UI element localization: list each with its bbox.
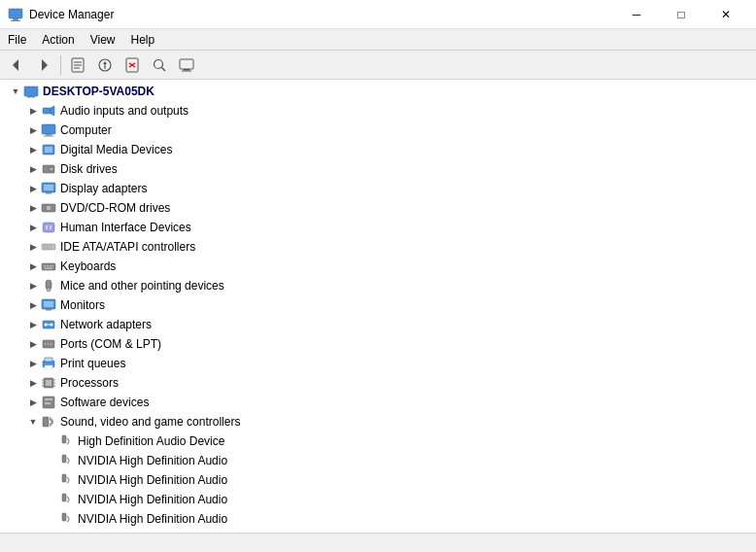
- icon-monitors: [41, 297, 56, 313]
- root-label: DESKTOP-5VA05DK: [43, 85, 155, 98]
- tree-item-disk[interactable]: ▶ Disk drives: [0, 159, 756, 179]
- tree-item-keyboard[interactable]: ▶ Keyboards: [0, 257, 756, 276]
- label-ide: IDE ATA/ATAPI controllers: [60, 240, 195, 254]
- svg-rect-17: [184, 69, 189, 71]
- icon-nvidia3: [58, 492, 74, 507]
- tree-item-monitors[interactable]: ▶ Monitors: [0, 295, 756, 315]
- window-controls: ─ □ ✕: [614, 0, 748, 29]
- expand-icon-ports[interactable]: ▶: [25, 336, 41, 352]
- tree-item-digital[interactable]: ▶ Digital Media Devices: [0, 140, 756, 159]
- expand-icon-sound[interactable]: ▼: [25, 414, 41, 430]
- expand-icon-keyboard[interactable]: ▶: [25, 259, 41, 274]
- svg-rect-37: [50, 225, 52, 229]
- expand-icon-audio[interactable]: ▶: [25, 103, 41, 119]
- expand-icon-computer[interactable]: ▶: [25, 122, 41, 138]
- tree-item-ports[interactable]: ▶ Ports (COM & LPT): [0, 334, 756, 354]
- tree-item-nvidia1[interactable]: ▶ NVIDIA High Definition Audio: [0, 451, 756, 470]
- tree-item-ide[interactable]: ▶ IDE ATA/ATAPI controllers: [0, 237, 756, 257]
- menu-action[interactable]: Action: [34, 29, 82, 51]
- svg-rect-25: [44, 136, 53, 137]
- tree-item-hid[interactable]: ▶ Human Interface Devices: [0, 218, 756, 237]
- forward-button[interactable]: [31, 53, 56, 77]
- expand-icon-ide[interactable]: ▶: [25, 239, 41, 255]
- label-audio: Audio inputs and outputs: [60, 104, 189, 118]
- status-bar: [0, 533, 756, 552]
- svg-rect-59: [45, 343, 46, 345]
- tree-root[interactable]: ▼ DESKTOP-5VA05DK: [0, 82, 756, 101]
- expand-icon-display[interactable]: ▶: [25, 181, 41, 196]
- svg-rect-18: [182, 70, 191, 71]
- svg-point-56: [45, 324, 48, 327]
- svg-rect-64: [45, 365, 52, 369]
- label-mice: Mice and other pointing devices: [60, 279, 224, 293]
- tree-item-nvidia4[interactable]: ▶ NVIDIA High Definition Audio: [0, 509, 756, 529]
- menu-view[interactable]: View: [83, 29, 123, 51]
- tree-item-display[interactable]: ▶ Display adapters: [0, 179, 756, 198]
- tree-item-nvidia2[interactable]: ▶ NVIDIA High Definition Audio: [0, 470, 756, 490]
- tree-item-hd-audio[interactable]: ▶ High Definition Audio Device: [0, 431, 756, 451]
- title-bar: Device Manager ─ □ ✕: [0, 0, 756, 29]
- expand-icon-digital[interactable]: ▶: [25, 142, 41, 157]
- expand-icon-hid[interactable]: ▶: [25, 220, 41, 235]
- svg-rect-27: [45, 147, 52, 153]
- maximize-button[interactable]: □: [659, 0, 704, 29]
- expand-icon-network[interactable]: ▶: [25, 317, 41, 332]
- tree-item-nvidia3[interactable]: ▶ NVIDIA High Definition Audio: [0, 490, 756, 509]
- update-driver-button[interactable]: [92, 53, 118, 77]
- label-display: Display adapters: [60, 182, 147, 195]
- tree-item-computer[interactable]: ▶ Computer: [0, 121, 756, 140]
- tree-item-dvd[interactable]: ▶ DVD/CD-ROM drives: [0, 198, 756, 218]
- expand-icon-monitors[interactable]: ▶: [25, 297, 41, 313]
- minimize-button[interactable]: ─: [614, 0, 659, 29]
- svg-rect-78: [62, 455, 66, 463]
- back-button[interactable]: [4, 53, 29, 77]
- root-expand-icon[interactable]: ▼: [8, 84, 23, 99]
- expand-icon-mice[interactable]: ▶: [25, 278, 41, 293]
- main-area: ▼ DESKTOP-5VA05DK ▶ Audio inputs and out…: [0, 80, 756, 533]
- label-processors: Processors: [60, 376, 119, 390]
- svg-rect-38: [42, 244, 55, 250]
- expand-icon-dvd[interactable]: ▶: [25, 200, 41, 216]
- icon-nvidia1: [58, 453, 74, 468]
- svg-rect-81: [62, 513, 66, 521]
- tree-item-storage[interactable]: ▶ Storage controllers: [0, 529, 756, 533]
- tree-item-processors[interactable]: ▶ Processors: [0, 373, 756, 393]
- tree-item-mice[interactable]: ▶ Mice and other pointing devices: [0, 276, 756, 295]
- svg-rect-63: [45, 358, 52, 362]
- label-monitors: Monitors: [60, 298, 105, 312]
- svg-rect-19: [24, 86, 38, 96]
- expand-icon-disk[interactable]: ▶: [25, 161, 41, 177]
- monitor-button[interactable]: [174, 53, 199, 77]
- close-button[interactable]: ✕: [704, 0, 748, 29]
- scan-button[interactable]: [147, 53, 172, 77]
- svg-line-15: [162, 67, 166, 71]
- menu-file[interactable]: File: [0, 29, 34, 51]
- label-software: Software devices: [60, 396, 149, 409]
- icon-nvidia2: [58, 472, 74, 488]
- app-icon: [8, 7, 23, 22]
- svg-rect-0: [9, 9, 22, 18]
- expand-icon-software[interactable]: ▶: [25, 395, 41, 410]
- label-nvidia2: NVIDIA High Definition Audio: [78, 473, 227, 487]
- svg-rect-53: [46, 309, 52, 311]
- svg-rect-46: [52, 265, 53, 267]
- icon-nvidia4: [58, 511, 74, 527]
- expand-icon-processors[interactable]: ▶: [25, 375, 41, 391]
- svg-rect-80: [62, 494, 66, 501]
- device-tree[interactable]: ▼ DESKTOP-5VA05DK ▶ Audio inputs and out…: [0, 80, 756, 533]
- expand-icon-storage[interactable]: ▶: [25, 531, 41, 533]
- menu-bar: File Action View Help: [0, 29, 756, 51]
- properties-button[interactable]: [65, 53, 90, 77]
- menu-help[interactable]: Help: [123, 29, 163, 51]
- icon-hd-audio: [58, 433, 74, 449]
- expand-icon-print[interactable]: ▶: [25, 356, 41, 371]
- tree-item-print[interactable]: ▶ Print queues: [0, 354, 756, 373]
- tree-item-software[interactable]: ▶ Software devices: [0, 393, 756, 412]
- tree-item-audio[interactable]: ▶ Audio inputs and outputs: [0, 101, 756, 121]
- svg-rect-60: [48, 343, 49, 345]
- uninstall-button[interactable]: [120, 53, 145, 77]
- label-nvidia1: NVIDIA High Definition Audio: [78, 454, 227, 467]
- tree-item-sound[interactable]: ▼ Sound, video and game controllers: [0, 412, 756, 431]
- tree-item-network[interactable]: ▶ Network adapters: [0, 315, 756, 334]
- svg-rect-44: [47, 265, 49, 267]
